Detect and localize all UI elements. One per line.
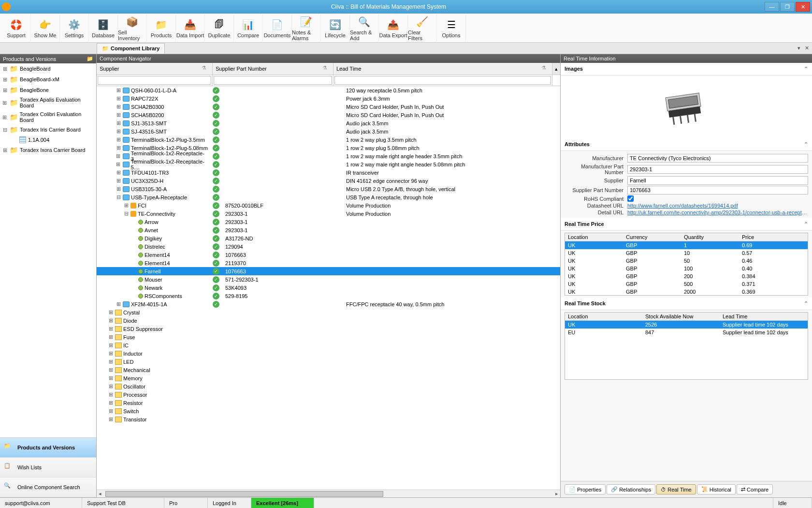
grid-row[interactable]: ⊞Crystal [97, 308, 560, 316]
grid-row[interactable]: ⊞TerminalBlock-1x2-Receptacle-5.... ✓ 1 … [97, 160, 560, 168]
minimize-button[interactable]: — [765, 2, 779, 12]
price-row[interactable]: UK GBP 100 0.40 [565, 265, 808, 272]
expand-icon[interactable]: ⊟ [116, 194, 121, 200]
filter-supplier-input[interactable] [98, 76, 211, 85]
expand-icon[interactable]: ⊞ [108, 383, 114, 389]
nav-online-component-search[interactable]: 🔍 Online Component Search [0, 478, 96, 497]
ribbon-support-button[interactable]: 🛟 Support [2, 15, 31, 42]
grid-row[interactable]: ⊞Memory [97, 374, 560, 382]
expand-icon[interactable]: ⊞ [108, 317, 114, 324]
grid-row[interactable]: ⊞FCI ✓ 87520-0010BLF Volume Production [97, 201, 560, 209]
grid-row[interactable]: ⊞ESD Suppressor [97, 325, 560, 333]
attr-checkbox[interactable] [627, 195, 634, 202]
grid-row[interactable]: ⊞Inductor [97, 349, 560, 358]
grid-row[interactable]: ⊞Mechanical [97, 366, 560, 374]
tree-item[interactable]: ⊞ 📁 Toradex Colibri Evaluation Board [0, 110, 96, 124]
expand-icon[interactable]: ⊞ [116, 87, 121, 93]
grid-row[interactable]: ⊞SCHA2B0300 ✓ Micro SD Card Holder, Push… [97, 103, 560, 111]
expand-icon[interactable]: ⊞ [108, 359, 114, 365]
component-grid[interactable]: ⊞QSH-060-01-L-D-A ✓ 120 way receptacle 0… [97, 86, 560, 490]
expand-icon[interactable]: ⊞ [116, 161, 121, 167]
grid-row[interactable]: ⊞XF2M-4015-1A ✓ FFC/FPC receptacle 40 wa… [97, 300, 560, 308]
grid-row[interactable]: ⊟USB-TypeA-Receptacle ✓ USB Type A recep… [97, 193, 560, 201]
col-lead[interactable]: Lead Time [720, 313, 808, 320]
collapse-icon[interactable]: ⌃ [804, 141, 808, 148]
expand-icon[interactable]: ⊞ [116, 186, 121, 192]
grid-row[interactable]: ⊞Fuse [97, 333, 560, 341]
ribbon-database-button[interactable]: 🗄️ Database [89, 15, 118, 42]
grid-row[interactable]: ⊞LED [97, 358, 560, 366]
maximize-button[interactable]: ❐ [780, 2, 795, 12]
grid-row[interactable]: Newark ✓ 53K4093 [97, 284, 560, 292]
detail-tab-relationships[interactable]: 🔗 Relationships [607, 484, 655, 494]
expand-icon[interactable]: ⊞ [2, 87, 8, 93]
ribbon-data-import-button[interactable]: 📥 Data Import [176, 15, 205, 42]
filter-partnum-input[interactable] [214, 76, 332, 85]
col-stock[interactable]: Stock Available Now [642, 313, 720, 320]
expand-icon[interactable]: ⊞ [2, 66, 8, 72]
grid-row[interactable]: Distrelec ✓ 129094 [97, 242, 560, 251]
nav-products-and-versions[interactable]: 📁 Products and Versions [0, 438, 96, 458]
tree-item-version[interactable]: 1.1A.004 [0, 135, 96, 145]
grid-row[interactable]: ⊞UC3X325D-H ✓ DIN 41612 edge connector 9… [97, 177, 560, 185]
expand-icon[interactable]: ⊞ [108, 408, 114, 414]
ribbon-sell-inventory-button[interactable]: 📦 Sell Inventory [118, 15, 147, 42]
detail-tab-historical[interactable]: 📜 Historical [697, 484, 736, 494]
expand-icon[interactable]: ⊞ [108, 375, 114, 381]
col-quantity[interactable]: Quantity [681, 233, 739, 241]
col-currency[interactable]: Currency [623, 233, 681, 241]
expand-icon[interactable]: ⊞ [108, 342, 114, 348]
ribbon-lifecycle-button[interactable]: 🔄 Lifecycle [321, 15, 350, 42]
ribbon-settings-button[interactable]: ⚙️ Settings [60, 15, 89, 42]
expand-icon[interactable]: ⊞ [108, 309, 114, 315]
expand-icon[interactable]: ⊞ [116, 136, 121, 143]
col-supplier[interactable]: Supplier ⚗ [97, 63, 213, 75]
stock-row[interactable]: EU 847 Supplier lead time 102 days [565, 329, 808, 336]
ribbon-search-add-button[interactable]: 🔍 Search & Add [350, 15, 379, 42]
grid-row[interactable]: ⊞USB3105-30-A ✓ Micro USB 2.0 Type A/B, … [97, 185, 560, 193]
col-location[interactable]: Location [565, 313, 642, 320]
ribbon-show-me-button[interactable]: 👉 Show Me [31, 15, 60, 42]
grid-row[interactable]: ⊟TE-Connectivity ✓ 292303-1 Volume Produ… [97, 209, 560, 218]
expand-icon[interactable]: ⊞ [2, 114, 8, 120]
expand-icon[interactable]: ⊟ [2, 127, 8, 133]
ribbon-products-button[interactable]: 📁 Products [147, 15, 176, 42]
price-row[interactable]: UK GBP 50 0.46 [565, 257, 808, 265]
collapse-icon[interactable]: ⌃ [804, 66, 808, 72]
tab-dropdown-icon[interactable]: ▾ [798, 45, 800, 51]
expand-icon[interactable]: ⊞ [116, 120, 121, 126]
ribbon-compare-button[interactable]: 📊 Compare [234, 15, 263, 42]
nav-wish-lists[interactable]: 📋 Wish Lists [0, 458, 96, 478]
price-row[interactable]: UK GBP 500 0.371 [565, 280, 808, 288]
expand-icon[interactable]: ⊞ [2, 147, 8, 153]
grid-row[interactable]: Mouser ✓ 571-292303-1 [97, 275, 560, 284]
expand-icon[interactable]: ⊞ [108, 391, 114, 398]
expand-icon[interactable]: ⊞ [108, 326, 114, 332]
expand-icon[interactable]: ⊞ [116, 112, 121, 118]
grid-row[interactable]: ⊞SJ1-3513-SMT ✓ Audio jack 3.5mm [97, 119, 560, 127]
tab-component-library[interactable]: 📁 Component Library [97, 43, 165, 54]
tree-item[interactable]: ⊞ 📁 BeagleBone [0, 85, 96, 95]
col-lead-time[interactable]: Lead Time ⚗ [334, 63, 552, 75]
ribbon-documents-button[interactable]: 📄 Documents [263, 15, 292, 42]
scroll-up-icon[interactable]: ▴ [552, 63, 560, 75]
ribbon-notes-alarms-button[interactable]: 📝 Notes & Alarms [292, 15, 321, 42]
expand-icon[interactable]: ⊞ [116, 95, 121, 102]
attr-input[interactable] [627, 186, 808, 194]
collapse-icon[interactable]: ⌃ [804, 300, 808, 307]
grid-row[interactable]: Farnell ✓ 1076663 [97, 267, 560, 275]
grid-row[interactable]: ⊞RAPC722X ✓ Power jack 6.3mm [97, 94, 560, 103]
price-row[interactable]: UK GBP 1 0.69 [565, 241, 808, 249]
attr-input[interactable] [627, 176, 808, 185]
col-location[interactable]: Location [565, 233, 623, 241]
attr-link[interactable]: http://uk.farnell.com/te-connectivity-am… [627, 209, 808, 215]
grid-row[interactable]: Digikey ✓ A31726-ND [97, 234, 560, 242]
expand-icon[interactable]: ⊞ [116, 169, 121, 176]
expand-icon[interactable]: ⊞ [116, 301, 121, 307]
expand-icon[interactable]: ⊟ [123, 210, 129, 217]
tree-item[interactable]: ⊞ 📁 BeagleBoard-xM [0, 74, 96, 85]
attr-input[interactable] [627, 154, 808, 163]
stock-row[interactable]: UK 2526 Supplier lead time 102 days [565, 321, 808, 329]
tab-close-icon[interactable]: ✕ [805, 45, 809, 51]
detail-tab-properties[interactable]: 📄 Properties [565, 484, 606, 494]
